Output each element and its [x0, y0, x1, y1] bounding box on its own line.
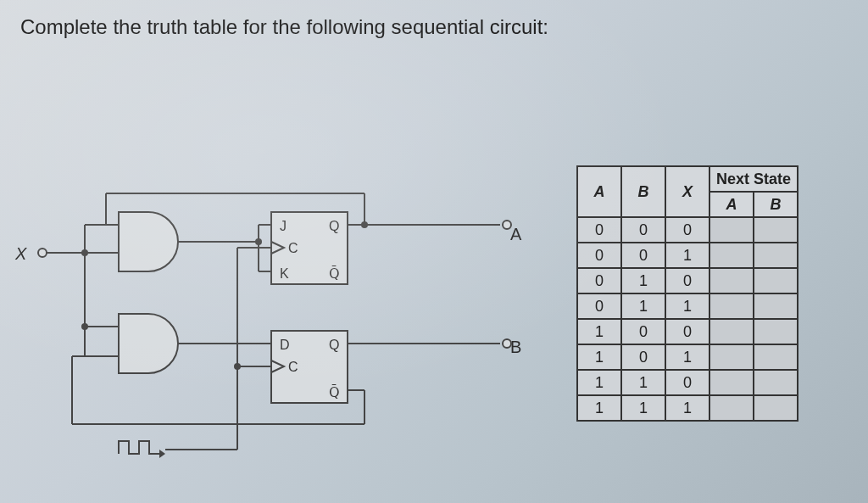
terminal-x-icon [38, 249, 47, 257]
node-icon [255, 238, 262, 245]
terminal-b-icon [503, 339, 511, 348]
arrow-icon [159, 450, 165, 458]
input-label-x: X [15, 244, 26, 264]
label-c-jk: C [288, 241, 298, 255]
table-row: 001 [577, 243, 798, 268]
col-header-x: X [665, 166, 709, 217]
cell: 0 [577, 243, 621, 268]
cell: 1 [665, 344, 709, 370]
question-text: Complete the truth table for the followi… [20, 15, 548, 39]
table-row: 000 [577, 217, 798, 243]
table-row: 111 [577, 395, 798, 421]
table-row: 100 [577, 319, 798, 344]
cell-empty [754, 243, 798, 268]
cell: 0 [665, 268, 709, 293]
cell: 1 [621, 293, 665, 319]
cell-empty [754, 370, 798, 395]
col-header-next-b: B [754, 192, 798, 217]
circuit-diagram: J Q C K Q̄ D Q C Q̄ [34, 187, 559, 475]
cell: 0 [577, 217, 621, 243]
table-row: 011 [577, 293, 798, 319]
cell-empty [709, 217, 754, 243]
label-qbar-jk: Q̄ [329, 265, 340, 281]
label-q-d: Q [329, 338, 339, 352]
cell-empty [754, 268, 798, 293]
cell: 0 [621, 344, 665, 370]
cell-empty [754, 319, 798, 344]
cell: 1 [577, 395, 621, 421]
cell-empty [709, 268, 754, 293]
and-gate-top-icon [119, 212, 178, 271]
cell: 0 [621, 243, 665, 268]
cell-empty [754, 217, 798, 243]
cell: 0 [577, 268, 621, 293]
cell: 1 [621, 370, 665, 395]
terminal-a-icon [503, 221, 511, 229]
cell: 0 [665, 217, 709, 243]
table-row: 110 [577, 370, 798, 395]
label-k: K [280, 266, 289, 281]
label-qbar-d: Q̄ [329, 384, 340, 400]
col-header-next-a: A [709, 192, 754, 217]
cell: 0 [577, 293, 621, 319]
cell: 0 [621, 319, 665, 344]
cell: 0 [621, 217, 665, 243]
clock-waveform-icon [119, 441, 159, 454]
cell-empty [709, 243, 754, 268]
cell-empty [754, 344, 798, 370]
table-row: 010 [577, 268, 798, 293]
label-c-d: C [288, 360, 298, 374]
col-header-next-state: Next State [709, 166, 798, 192]
truth-table-body: 000 001 010 011 100 101 110 111 [577, 217, 798, 421]
label-q-jk: Q [329, 219, 339, 233]
cell: 1 [577, 344, 621, 370]
cell: 0 [665, 370, 709, 395]
cell: 1 [621, 395, 665, 421]
table-row: 101 [577, 344, 798, 370]
cell-empty [709, 370, 754, 395]
node-icon [234, 363, 241, 370]
cell: 1 [577, 370, 621, 395]
cell: 1 [665, 293, 709, 319]
cell-empty [709, 293, 754, 319]
cell-empty [754, 293, 798, 319]
cell: 1 [665, 243, 709, 268]
cell: 1 [621, 268, 665, 293]
label-d: D [280, 338, 290, 352]
col-header-a: A [577, 166, 621, 217]
circuit-svg: J Q C K Q̄ D Q C Q̄ [34, 187, 559, 475]
cell-empty [754, 395, 798, 421]
label-j: J [280, 219, 287, 233]
cell: 0 [665, 319, 709, 344]
and-gate-bottom-icon [119, 314, 178, 373]
cell: 1 [665, 395, 709, 421]
cell-empty [709, 395, 754, 421]
cell-empty [709, 344, 754, 370]
cell: 1 [577, 319, 621, 344]
col-header-b: B [621, 166, 665, 217]
cell-empty [709, 319, 754, 344]
truth-table: A B X Next State A B 000 001 010 011 100… [576, 165, 798, 422]
